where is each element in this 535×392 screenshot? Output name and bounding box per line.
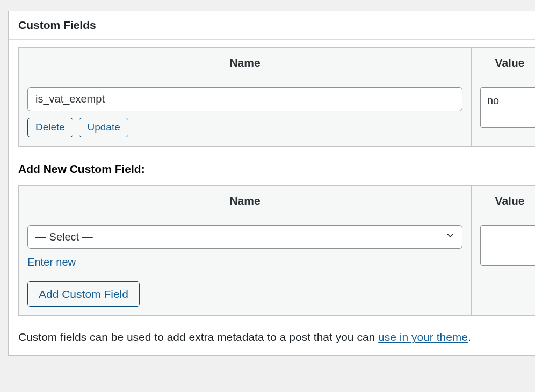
custom-fields-panel-header: Custom Fields [9, 11, 535, 40]
field-name-input[interactable] [27, 87, 462, 111]
delete-button[interactable]: Delete [27, 118, 73, 137]
enter-new-link[interactable]: Enter new [27, 256, 76, 268]
col-header-name: Name [19, 186, 472, 216]
use-in-theme-link[interactable]: use in your theme [378, 331, 468, 343]
table-row: — Select — Enter new Add Custom Field [19, 216, 535, 315]
add-new-section-title: Add New Custom Field: [18, 163, 535, 176]
table-head: Name Value [19, 186, 535, 216]
table-row: Delete Update no [19, 78, 535, 146]
field-value-input[interactable]: no [480, 87, 535, 128]
add-new-fields-table: Name Value — Select — Enter ne [18, 185, 535, 316]
footnote-after: . [468, 331, 471, 343]
panel-title: Custom Fields [18, 19, 535, 32]
col-header-name: Name [19, 48, 472, 78]
table-head: Name Value [19, 48, 535, 78]
add-custom-field-button[interactable]: Add Custom Field [27, 281, 140, 307]
footnote-text: Custom fields can be used to add extra m… [18, 331, 535, 344]
footnote-before: Custom fields can be used to add extra m… [18, 331, 378, 343]
col-header-value: Value [472, 186, 535, 216]
custom-fields-panel: Custom Fields Name Value Delete Update [8, 11, 535, 356]
new-field-value-input[interactable] [480, 225, 535, 266]
col-header-value: Value [472, 48, 535, 78]
existing-fields-table: Name Value Delete Update no [18, 47, 535, 147]
update-button[interactable]: Update [79, 118, 128, 137]
field-name-select[interactable]: — Select — [27, 225, 462, 249]
